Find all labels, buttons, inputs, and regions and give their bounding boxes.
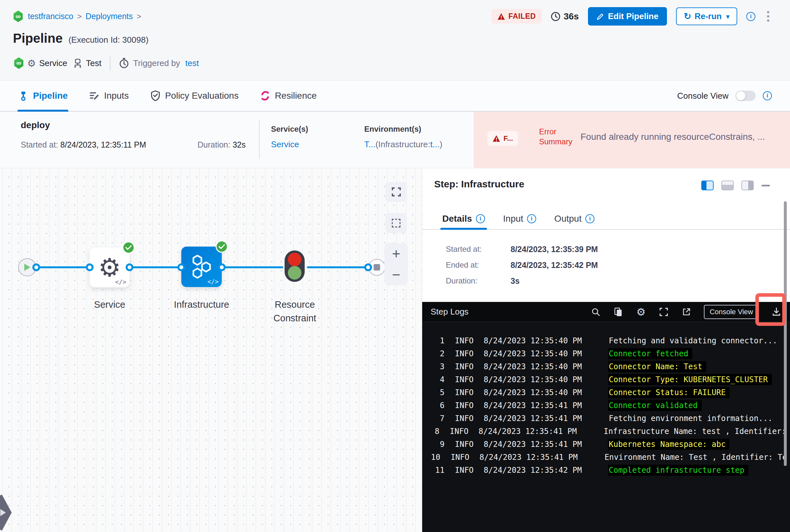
shield-check-icon — [150, 90, 161, 101]
service-link[interactable]: Service — [271, 139, 299, 150]
error-summary-zone: F... Error Summary Found already running… — [474, 112, 790, 168]
node-port — [218, 263, 226, 271]
execution-meta-row: ⚙ Service Test Triggered by test — [14, 56, 199, 71]
node-port — [32, 263, 40, 271]
tab-details[interactable]: Details — [442, 208, 485, 229]
tab-pipeline[interactable]: Pipeline — [18, 80, 68, 111]
hexagons-icon — [188, 253, 216, 281]
zoom-in-button[interactable]: + — [384, 243, 408, 264]
rerun-info-icon[interactable] — [746, 12, 755, 21]
environments-header: Environment(s) — [364, 125, 421, 134]
breadcrumb-separator: > — [136, 12, 141, 21]
node-port — [86, 263, 94, 271]
log-line: 5INFO8/24/2023 12:35:40 PMConnector Stat… — [422, 386, 790, 399]
log-line: 7INFO8/24/2023 12:35:41 PMFetching envir… — [422, 412, 790, 425]
edge — [129, 266, 181, 268]
environment-link[interactable]: T...(Infrastructure:t...) — [364, 139, 442, 150]
total-duration: 36s — [551, 11, 579, 22]
panel-scrollbar[interactable] — [784, 201, 787, 466]
header-actions: FAILED 36s Edit Pipeline ↻ Re-run ▾ — [492, 7, 772, 25]
layout-bottom-split-icon[interactable] — [721, 180, 734, 190]
content-area: ⚙ </> </> — [0, 168, 790, 532]
tab-resilience[interactable]: Resilience — [260, 80, 317, 111]
pipeline-canvas[interactable]: ⚙ </> </> — [0, 168, 422, 532]
step-logs-panel: Step Logs ⚙ — [422, 302, 790, 532]
page-header: testfrancisco > Deployments > FAILED 36s… — [0, 0, 790, 80]
logs-toolbar: ⚙ Console View — [591, 305, 782, 319]
node-port — [364, 263, 372, 271]
log-line: 6INFO8/24/2023 12:35:41 PMConnector vali… — [422, 399, 790, 412]
breadcrumb-project-link[interactable]: testfrancisco — [28, 12, 73, 21]
status-badge: FAILED — [492, 9, 542, 24]
panel-layout-controls — [701, 180, 770, 190]
environment-icon — [73, 58, 83, 68]
node-label-resource-constraint: Resource Constraint — [268, 298, 321, 325]
edit-pipeline-button[interactable]: Edit Pipeline — [588, 7, 667, 25]
log-line: 9INFO8/24/2023 12:35:41 PMKubernetes Nam… — [422, 438, 790, 451]
total-duration-value: 36s — [564, 11, 579, 22]
console-view-button[interactable]: Console View — [704, 305, 759, 319]
zoom-out-button[interactable]: − — [384, 264, 408, 286]
warning-icon — [497, 13, 505, 20]
tab-input[interactable]: Input — [503, 208, 536, 229]
infrastructure-step-node[interactable]: </> — [181, 247, 222, 287]
detail-ended-at: Ended at:8/24/2023, 12:35:42 PM — [446, 261, 598, 270]
stage-duration: Duration: 32s — [198, 140, 246, 150]
node-label-service: Service — [90, 298, 129, 311]
step-logs-title: Step Logs — [430, 307, 469, 317]
log-line: 2INFO8/24/2023 12:35:40 PMConnector fetc… — [422, 347, 790, 360]
more-options-menu[interactable] — [765, 10, 772, 23]
code-icon: </> — [115, 278, 126, 285]
canvas-fullscreen-button[interactable] — [385, 182, 407, 202]
divider — [259, 121, 260, 159]
download-logs-icon[interactable] — [771, 307, 782, 317]
canvas-select-button[interactable] — [385, 213, 407, 233]
log-settings-icon[interactable]: ⚙ — [636, 307, 646, 317]
step-panel-title: Step: Infrastructure — [434, 178, 524, 190]
step-logs-header: Step Logs ⚙ — [422, 302, 790, 322]
pipeline-execution-screen: testfrancisco > Deployments > FAILED 36s… — [0, 0, 790, 532]
console-view-toggle[interactable] — [736, 91, 756, 101]
breadcrumb-deployments-link[interactable]: Deployments — [86, 12, 133, 21]
stage-summary-bar: deploy Started at: 8/24/2023, 12:35:11 P… — [0, 112, 790, 168]
console-view-info-icon[interactable] — [763, 91, 772, 100]
layout-minimized-icon[interactable] — [741, 180, 754, 190]
error-summary-message: Found already running resourceConstrains… — [581, 132, 784, 142]
divider — [110, 56, 110, 71]
resource-constraint-node[interactable] — [284, 250, 305, 282]
log-line: 1INFO8/24/2023 12:35:40 PMFetching and v… — [422, 334, 790, 347]
play-icon — [23, 263, 31, 271]
copy-icon[interactable] — [613, 307, 624, 317]
node-label-infrastructure: Infrastructure — [173, 298, 230, 311]
warning-icon — [493, 135, 500, 142]
search-icon[interactable] — [591, 307, 601, 317]
canvas-nav-handle[interactable] — [0, 494, 12, 531]
rerun-button[interactable]: ↻ Re-run ▾ — [676, 7, 737, 25]
tab-inputs[interactable]: Inputs — [89, 80, 129, 111]
details-info-icon[interactable] — [476, 214, 485, 223]
tab-output[interactable]: Output — [554, 208, 594, 229]
open-external-icon[interactable] — [681, 307, 692, 317]
arrow-right-icon — [0, 509, 6, 516]
layout-right-split-icon[interactable] — [701, 180, 714, 190]
output-info-icon[interactable] — [585, 214, 594, 223]
code-icon: </> — [207, 278, 219, 285]
minimize-panel-button[interactable] — [761, 185, 770, 186]
clock-icon — [551, 12, 561, 21]
edge — [222, 266, 283, 268]
service-step-node[interactable]: ⚙ </> — [90, 248, 129, 287]
edge — [307, 266, 368, 268]
error-summary-label: Error Summary — [539, 127, 572, 147]
service-gear-icon: ⚙ — [27, 58, 36, 69]
tab-policy-evaluations[interactable]: Policy Evaluations — [150, 80, 239, 111]
refresh-icon: ↻ — [684, 12, 691, 21]
detail-duration: Duration:3s — [446, 277, 520, 286]
success-check-icon — [216, 241, 228, 253]
input-info-icon[interactable] — [527, 214, 536, 223]
pipeline-icon — [18, 91, 29, 101]
node-port — [178, 263, 185, 271]
status-badge-label: FAILED — [508, 12, 536, 21]
triggered-by-user-link[interactable]: test — [185, 58, 199, 68]
expand-fullscreen-icon[interactable] — [659, 307, 669, 317]
breadcrumb: testfrancisco > Deployments > FAILED 36s… — [13, 7, 772, 25]
